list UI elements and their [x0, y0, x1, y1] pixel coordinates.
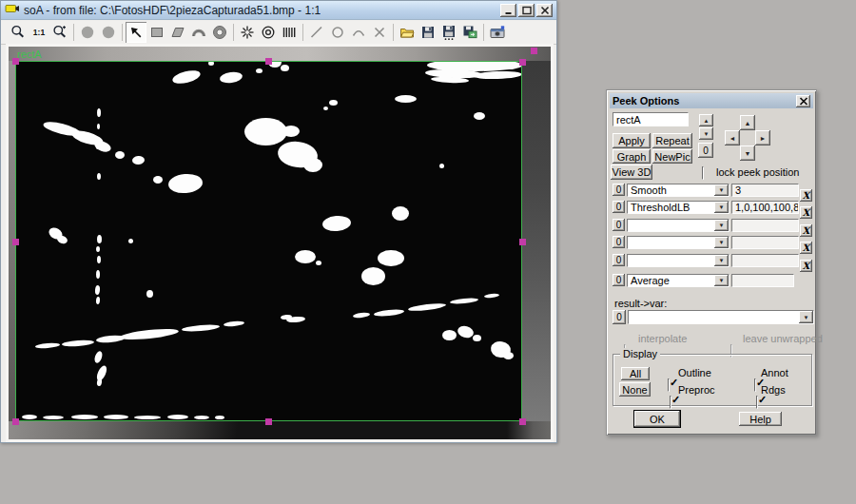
- outline-checkbox[interactable]: [668, 378, 670, 392]
- chevron-down-icon[interactable]: ▼: [714, 275, 729, 286]
- display-none-button[interactable]: None: [619, 382, 651, 397]
- roi-name-input[interactable]: [613, 112, 689, 126]
- operation-select[interactable]: ▼: [627, 219, 730, 232]
- toolbar-separator: [73, 24, 74, 41]
- peek-move-down-button[interactable]: ▼: [740, 145, 755, 161]
- row-delete-button[interactable]: X: [800, 242, 812, 254]
- save-file-icon[interactable]: [418, 22, 438, 43]
- annot-checkbox[interactable]: [754, 378, 756, 392]
- save-as-icon[interactable]: [438, 22, 459, 43]
- operation-params-field[interactable]: [731, 254, 799, 267]
- graph-button[interactable]: Graph: [613, 149, 651, 164]
- apply-button[interactable]: Apply: [613, 133, 651, 148]
- row-delete-button[interactable]: X: [800, 260, 812, 272]
- dialog-close-button[interactable]: [796, 95, 810, 107]
- operation-params-field[interactable]: [731, 236, 799, 249]
- chevron-down-icon[interactable]: ▼: [714, 220, 729, 231]
- row-delete-button[interactable]: X: [800, 206, 812, 219]
- roi-handle[interactable]: [531, 48, 537, 54]
- peek-options-dialog: Peek Options ▲ ▼ 0 ▲ ◄ ► ▼ Apply Repeat …: [606, 89, 817, 436]
- rect-roi-icon[interactable]: [146, 22, 167, 43]
- operation-select[interactable]: Smooth▼: [627, 184, 730, 197]
- lock-peek-position-checkbox[interactable]: [702, 166, 704, 180]
- desktop: soA - from file: C:\FotosHDF\2piezaCaptu…: [0, 0, 856, 504]
- row-delete-button[interactable]: X: [800, 224, 812, 237]
- preproc-checkbox[interactable]: [670, 396, 671, 409]
- export-image-icon[interactable]: [459, 22, 480, 43]
- roi-handle[interactable]: [12, 58, 19, 65]
- help-button[interactable]: Help: [739, 412, 782, 426]
- operation-select[interactable]: ▼: [627, 236, 730, 249]
- view-3d-button[interactable]: View 3D: [611, 165, 652, 180]
- operation-select[interactable]: ▼: [627, 254, 730, 267]
- zoom-out-icon[interactable]: [8, 22, 29, 43]
- row-index-button[interactable]: 0: [613, 184, 625, 196]
- close-button[interactable]: [536, 4, 553, 17]
- row-index-button[interactable]: 0: [613, 201, 625, 213]
- line-draw-icon[interactable]: [306, 22, 327, 43]
- ok-button[interactable]: OK: [634, 411, 680, 427]
- chevron-down-icon[interactable]: ▼: [799, 311, 813, 323]
- pointer-icon[interactable]: [126, 22, 146, 43]
- operation-params-field[interactable]: [731, 219, 799, 232]
- operation-select[interactable]: Average▼: [627, 274, 730, 287]
- roi-handle[interactable]: [519, 239, 526, 245]
- peek-move-right-button[interactable]: ►: [755, 130, 770, 145]
- row-index-button[interactable]: 0: [613, 236, 625, 248]
- chevron-down-icon[interactable]: ▼: [714, 184, 729, 196]
- zoom-in-icon[interactable]: [49, 22, 70, 43]
- row-delete-button[interactable]: X: [800, 189, 812, 202]
- open-file-icon[interactable]: [397, 22, 418, 43]
- row-index-button[interactable]: 0: [613, 219, 625, 231]
- row-index-button[interactable]: 0: [613, 254, 625, 266]
- result-index-button[interactable]: 0: [613, 310, 626, 324]
- lock-peek-position-label: lock peek position: [716, 166, 799, 178]
- erase-draw-icon[interactable]: [369, 22, 390, 43]
- newpic-button[interactable]: NewPic: [652, 149, 692, 164]
- rdgs-checkbox[interactable]: [756, 396, 758, 409]
- parallelogram-roi-icon[interactable]: [167, 22, 188, 43]
- operation-select[interactable]: ThresholdLB▼: [627, 201, 730, 214]
- arc-draw-icon[interactable]: [348, 22, 369, 43]
- annot-label: Annot: [761, 367, 788, 378]
- display-all-button[interactable]: All: [621, 367, 650, 380]
- peek-move-left-button[interactable]: ◄: [725, 130, 740, 145]
- operation-params-field[interactable]: [731, 274, 794, 287]
- operation-params-field[interactable]: 1,0,100,100,80: [731, 201, 799, 214]
- main-toolbar: 1:1: [1, 21, 556, 45]
- chevron-down-icon[interactable]: ▼: [714, 202, 729, 213]
- roi-rectangle[interactable]: [15, 61, 522, 421]
- peek-move-up-button[interactable]: ▲: [740, 115, 755, 130]
- snapshot-icon[interactable]: [487, 22, 508, 43]
- annulus-roi-icon[interactable]: [209, 22, 230, 43]
- minimize-button[interactable]: [500, 4, 516, 17]
- roi-handle[interactable]: [12, 239, 19, 245]
- zoom-ratio-icon[interactable]: 1:1: [29, 22, 49, 43]
- chevron-down-icon[interactable]: ▼: [714, 237, 729, 248]
- row-index-button[interactable]: 0: [613, 274, 625, 286]
- target-roi-icon[interactable]: [258, 22, 279, 43]
- operation-name: [628, 255, 714, 266]
- linescan-roi-icon[interactable]: [279, 22, 300, 43]
- circle-draw-icon[interactable]: [327, 22, 348, 43]
- operation-params-field[interactable]: 3: [731, 184, 799, 197]
- image-canvas[interactable]: rectA: [9, 47, 551, 439]
- roi-handle[interactable]: [12, 418, 19, 425]
- roi-handle[interactable]: [265, 418, 272, 425]
- arc-roi-icon[interactable]: [188, 22, 209, 43]
- leave-unwrapped-label: leave unwrapped: [743, 333, 823, 344]
- repeat-button[interactable]: Repeat: [652, 133, 692, 148]
- chevron-down-icon[interactable]: ▼: [714, 255, 729, 266]
- index-spin-up-button[interactable]: ▲: [699, 114, 713, 126]
- filled-circle-b-icon[interactable]: [98, 22, 119, 43]
- index-spin-down-button[interactable]: ▼: [699, 127, 713, 140]
- roi-handle[interactable]: [519, 59, 526, 66]
- maximize-button[interactable]: [518, 4, 535, 17]
- result-var-select[interactable]: ▼: [628, 310, 814, 324]
- dialog-titlebar[interactable]: Peek Options: [610, 93, 813, 108]
- roi-handle[interactable]: [519, 418, 526, 425]
- roi-handle[interactable]: [265, 58, 272, 65]
- point-roi-icon[interactable]: [237, 22, 258, 43]
- filled-circle-a-icon[interactable]: [77, 22, 98, 43]
- window-titlebar[interactable]: soA - from file: C:\FotosHDF\2piezaCaptu…: [1, 1, 556, 20]
